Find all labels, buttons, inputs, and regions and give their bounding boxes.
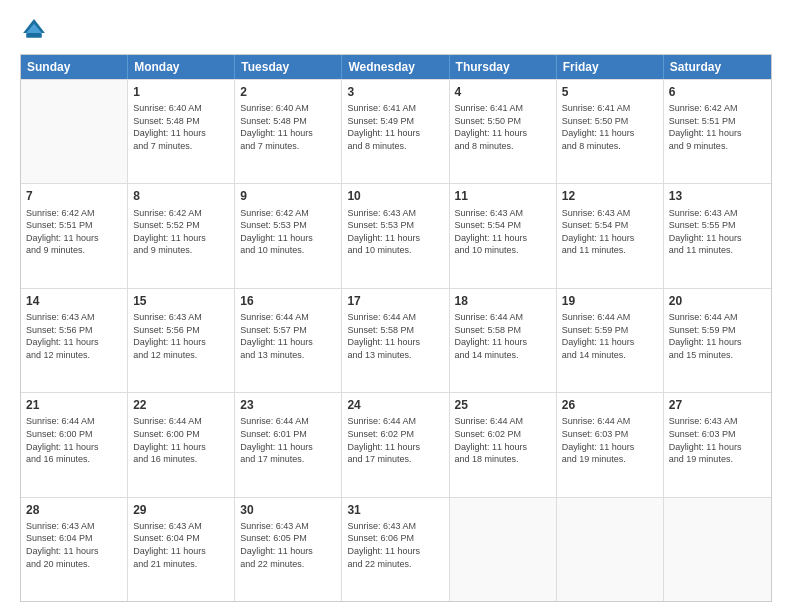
day-number: 19 (562, 293, 658, 309)
day-number: 17 (347, 293, 443, 309)
day-info: Sunrise: 6:43 AM Sunset: 5:54 PM Dayligh… (455, 207, 551, 257)
day-number: 14 (26, 293, 122, 309)
cal-header-tuesday: Tuesday (235, 55, 342, 79)
cal-cell: 27Sunrise: 6:43 AM Sunset: 6:03 PM Dayli… (664, 393, 771, 496)
cal-cell (450, 498, 557, 601)
cal-week-2: 7Sunrise: 6:42 AM Sunset: 5:51 PM Daylig… (21, 183, 771, 287)
day-number: 3 (347, 84, 443, 100)
cal-cell: 28Sunrise: 6:43 AM Sunset: 6:04 PM Dayli… (21, 498, 128, 601)
day-info: Sunrise: 6:42 AM Sunset: 5:52 PM Dayligh… (133, 207, 229, 257)
cal-cell: 22Sunrise: 6:44 AM Sunset: 6:00 PM Dayli… (128, 393, 235, 496)
day-info: Sunrise: 6:44 AM Sunset: 6:00 PM Dayligh… (133, 415, 229, 465)
calendar-body: 1Sunrise: 6:40 AM Sunset: 5:48 PM Daylig… (21, 79, 771, 601)
cal-cell: 13Sunrise: 6:43 AM Sunset: 5:55 PM Dayli… (664, 184, 771, 287)
day-info: Sunrise: 6:44 AM Sunset: 6:02 PM Dayligh… (347, 415, 443, 465)
day-number: 9 (240, 188, 336, 204)
cal-cell (21, 80, 128, 183)
cal-week-4: 21Sunrise: 6:44 AM Sunset: 6:00 PM Dayli… (21, 392, 771, 496)
cal-cell: 19Sunrise: 6:44 AM Sunset: 5:59 PM Dayli… (557, 289, 664, 392)
day-number: 1 (133, 84, 229, 100)
cal-cell (664, 498, 771, 601)
cal-header-sunday: Sunday (21, 55, 128, 79)
day-number: 11 (455, 188, 551, 204)
day-number: 7 (26, 188, 122, 204)
day-number: 26 (562, 397, 658, 413)
cal-cell: 26Sunrise: 6:44 AM Sunset: 6:03 PM Dayli… (557, 393, 664, 496)
cal-cell: 1Sunrise: 6:40 AM Sunset: 5:48 PM Daylig… (128, 80, 235, 183)
cal-cell: 9Sunrise: 6:42 AM Sunset: 5:53 PM Daylig… (235, 184, 342, 287)
day-info: Sunrise: 6:40 AM Sunset: 5:48 PM Dayligh… (133, 102, 229, 152)
logo-icon (20, 16, 48, 44)
cal-cell: 25Sunrise: 6:44 AM Sunset: 6:02 PM Dayli… (450, 393, 557, 496)
day-number: 22 (133, 397, 229, 413)
day-info: Sunrise: 6:40 AM Sunset: 5:48 PM Dayligh… (240, 102, 336, 152)
day-info: Sunrise: 6:44 AM Sunset: 5:57 PM Dayligh… (240, 311, 336, 361)
cal-cell: 6Sunrise: 6:42 AM Sunset: 5:51 PM Daylig… (664, 80, 771, 183)
cal-cell: 17Sunrise: 6:44 AM Sunset: 5:58 PM Dayli… (342, 289, 449, 392)
cal-header-wednesday: Wednesday (342, 55, 449, 79)
cal-header-thursday: Thursday (450, 55, 557, 79)
day-info: Sunrise: 6:43 AM Sunset: 6:03 PM Dayligh… (669, 415, 766, 465)
day-info: Sunrise: 6:43 AM Sunset: 5:53 PM Dayligh… (347, 207, 443, 257)
day-number: 27 (669, 397, 766, 413)
day-number: 18 (455, 293, 551, 309)
cal-header-saturday: Saturday (664, 55, 771, 79)
cal-cell: 5Sunrise: 6:41 AM Sunset: 5:50 PM Daylig… (557, 80, 664, 183)
svg-rect-2 (26, 33, 42, 38)
day-number: 29 (133, 502, 229, 518)
logo (20, 16, 52, 44)
day-number: 21 (26, 397, 122, 413)
cal-cell: 30Sunrise: 6:43 AM Sunset: 6:05 PM Dayli… (235, 498, 342, 601)
day-number: 23 (240, 397, 336, 413)
day-number: 10 (347, 188, 443, 204)
day-info: Sunrise: 6:44 AM Sunset: 6:00 PM Dayligh… (26, 415, 122, 465)
cal-cell: 4Sunrise: 6:41 AM Sunset: 5:50 PM Daylig… (450, 80, 557, 183)
day-info: Sunrise: 6:43 AM Sunset: 5:55 PM Dayligh… (669, 207, 766, 257)
cal-cell: 14Sunrise: 6:43 AM Sunset: 5:56 PM Dayli… (21, 289, 128, 392)
day-info: Sunrise: 6:44 AM Sunset: 5:59 PM Dayligh… (669, 311, 766, 361)
cal-week-3: 14Sunrise: 6:43 AM Sunset: 5:56 PM Dayli… (21, 288, 771, 392)
day-info: Sunrise: 6:44 AM Sunset: 5:58 PM Dayligh… (347, 311, 443, 361)
page: SundayMondayTuesdayWednesdayThursdayFrid… (0, 0, 792, 612)
day-info: Sunrise: 6:43 AM Sunset: 6:04 PM Dayligh… (26, 520, 122, 570)
day-info: Sunrise: 6:42 AM Sunset: 5:51 PM Dayligh… (26, 207, 122, 257)
day-info: Sunrise: 6:44 AM Sunset: 6:03 PM Dayligh… (562, 415, 658, 465)
day-number: 13 (669, 188, 766, 204)
day-number: 12 (562, 188, 658, 204)
cal-cell (557, 498, 664, 601)
day-info: Sunrise: 6:42 AM Sunset: 5:51 PM Dayligh… (669, 102, 766, 152)
day-info: Sunrise: 6:43 AM Sunset: 5:56 PM Dayligh… (26, 311, 122, 361)
day-info: Sunrise: 6:44 AM Sunset: 6:01 PM Dayligh… (240, 415, 336, 465)
cal-cell: 7Sunrise: 6:42 AM Sunset: 5:51 PM Daylig… (21, 184, 128, 287)
day-info: Sunrise: 6:41 AM Sunset: 5:49 PM Dayligh… (347, 102, 443, 152)
cal-cell: 29Sunrise: 6:43 AM Sunset: 6:04 PM Dayli… (128, 498, 235, 601)
cal-cell: 21Sunrise: 6:44 AM Sunset: 6:00 PM Dayli… (21, 393, 128, 496)
cal-header-monday: Monday (128, 55, 235, 79)
calendar: SundayMondayTuesdayWednesdayThursdayFrid… (20, 54, 772, 602)
day-info: Sunrise: 6:44 AM Sunset: 5:59 PM Dayligh… (562, 311, 658, 361)
day-number: 30 (240, 502, 336, 518)
cal-cell: 3Sunrise: 6:41 AM Sunset: 5:49 PM Daylig… (342, 80, 449, 183)
cal-cell: 18Sunrise: 6:44 AM Sunset: 5:58 PM Dayli… (450, 289, 557, 392)
day-number: 4 (455, 84, 551, 100)
cal-cell: 23Sunrise: 6:44 AM Sunset: 6:01 PM Dayli… (235, 393, 342, 496)
day-info: Sunrise: 6:41 AM Sunset: 5:50 PM Dayligh… (562, 102, 658, 152)
day-info: Sunrise: 6:44 AM Sunset: 6:02 PM Dayligh… (455, 415, 551, 465)
day-info: Sunrise: 6:42 AM Sunset: 5:53 PM Dayligh… (240, 207, 336, 257)
day-info: Sunrise: 6:44 AM Sunset: 5:58 PM Dayligh… (455, 311, 551, 361)
day-number: 2 (240, 84, 336, 100)
cal-cell: 24Sunrise: 6:44 AM Sunset: 6:02 PM Dayli… (342, 393, 449, 496)
day-number: 6 (669, 84, 766, 100)
day-info: Sunrise: 6:43 AM Sunset: 6:05 PM Dayligh… (240, 520, 336, 570)
cal-week-1: 1Sunrise: 6:40 AM Sunset: 5:48 PM Daylig… (21, 79, 771, 183)
day-number: 20 (669, 293, 766, 309)
day-info: Sunrise: 6:41 AM Sunset: 5:50 PM Dayligh… (455, 102, 551, 152)
day-info: Sunrise: 6:43 AM Sunset: 6:04 PM Dayligh… (133, 520, 229, 570)
day-number: 16 (240, 293, 336, 309)
day-number: 24 (347, 397, 443, 413)
cal-cell: 2Sunrise: 6:40 AM Sunset: 5:48 PM Daylig… (235, 80, 342, 183)
cal-cell: 12Sunrise: 6:43 AM Sunset: 5:54 PM Dayli… (557, 184, 664, 287)
day-info: Sunrise: 6:43 AM Sunset: 6:06 PM Dayligh… (347, 520, 443, 570)
day-number: 31 (347, 502, 443, 518)
cal-cell: 10Sunrise: 6:43 AM Sunset: 5:53 PM Dayli… (342, 184, 449, 287)
